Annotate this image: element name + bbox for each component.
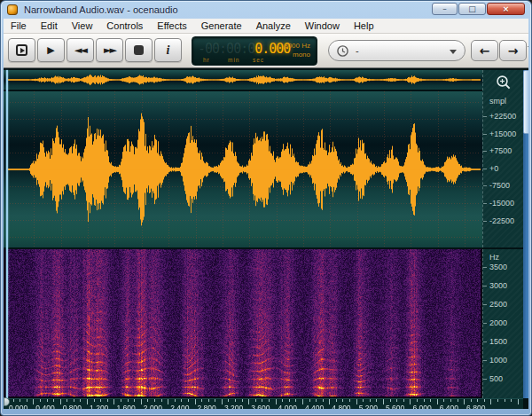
fast-forward-button[interactable]: ►►	[96, 38, 123, 62]
play-selection-icon	[16, 44, 27, 56]
time-tick-label: 2.800	[198, 404, 216, 409]
menu-analyze[interactable]: Analyze	[249, 19, 298, 33]
info-button[interactable]: i	[154, 38, 182, 62]
minimize-button[interactable]: –	[432, 3, 458, 15]
audio-format-info: 8000 Hz mono	[284, 42, 310, 59]
menu-help[interactable]: Help	[347, 19, 381, 33]
forward-button[interactable]: →	[499, 40, 527, 61]
frequency-tick: 1500	[483, 337, 523, 346]
time-tick-label: 5.600	[386, 404, 404, 409]
time-tick-label: 1.200	[90, 404, 108, 409]
time-tick-label: 0.800	[63, 404, 82, 409]
menu-controls[interactable]: Controls	[99, 19, 150, 33]
lcd-unit-min: min	[228, 57, 239, 63]
zoom-button[interactable]	[494, 74, 513, 93]
time-ruler[interactable]: 0.0000.4000.8001.2001.6002.0002.4002.800…	[4, 398, 523, 409]
main-waveform[interactable]	[4, 91, 482, 247]
close-button[interactable]: ×	[487, 3, 525, 15]
time-tick-label: 0.400	[35, 404, 54, 409]
play-button[interactable]: ▶	[37, 38, 65, 62]
frequency-tick: 1000	[483, 356, 523, 365]
time-tick-label: 0.000	[9, 404, 27, 409]
fast-forward-icon: ►►	[104, 45, 115, 55]
time-display: -00:00:00.000 hrminsec 8000 Hz mono	[192, 36, 317, 66]
play-selection-button[interactable]	[8, 38, 35, 62]
time-tick-label: 4.000	[278, 404, 297, 409]
lcd-unit-sec: sec	[253, 57, 264, 63]
lcd-unit-hr: hr	[203, 57, 210, 63]
time-tick-label: 4.400	[305, 404, 324, 409]
overview-waveform-canvas[interactable]	[7, 70, 481, 90]
frequency-tick: 2500	[483, 300, 523, 309]
time-tick-label: 2.400	[170, 404, 189, 409]
time-format-value: -	[356, 41, 359, 60]
menu-bar: FileEditViewControlsEffectsGenerateAnaly…	[4, 19, 528, 34]
frequency-tick: 2000	[483, 318, 523, 327]
stop-button[interactable]	[125, 38, 153, 62]
menu-generate[interactable]: Generate	[194, 19, 249, 33]
amplitude-axis: smpl +22500+15000+7500+0-7500-15000-2250…	[482, 70, 523, 247]
info-icon: i	[167, 43, 170, 58]
time-tick-label: 5.200	[359, 404, 378, 409]
window-title: Narrowband Audio.wav - ocenaudio	[24, 1, 178, 19]
frequency-tick: 3000	[483, 281, 523, 290]
spectrogram-canvas[interactable]	[7, 249, 481, 396]
amplitude-tick: -7500	[483, 181, 523, 190]
time-tick-label: 1.600	[116, 404, 135, 409]
amplitude-tick: +15000	[483, 130, 523, 138]
amplitude-tick: -22500	[483, 216, 523, 225]
vertical-scrollbar[interactable]	[523, 70, 528, 398]
nav-menu-caret-icon[interactable]	[528, 46, 528, 51]
amplitude-tick: -15000	[483, 199, 523, 208]
overview-waveform[interactable]	[4, 70, 482, 90]
time-tick-label: 3.200	[224, 404, 243, 409]
app-body: FileEditViewControlsEffectsGenerateAnaly…	[4, 19, 528, 409]
menu-window[interactable]: Window	[298, 19, 347, 33]
window-controls: –□×	[431, 3, 525, 15]
sample-rate-label: 8000 Hz	[284, 42, 310, 51]
time-digits-dim: -00:00:0	[198, 41, 254, 57]
channel-mode-label: mono	[284, 51, 310, 59]
time-tick-label: 3.600	[251, 404, 270, 409]
amplitude-tick: +7500	[483, 146, 523, 155]
menu-file[interactable]: File	[4, 19, 34, 33]
transport-controls: ▶◄◄►►i	[8, 38, 184, 62]
main-waveform-canvas[interactable]	[7, 91, 481, 247]
rewind-icon: ◄◄	[74, 45, 86, 55]
chevron-down-icon	[450, 50, 457, 54]
time-digits: -00:00:00.000	[198, 41, 290, 57]
maximize-button[interactable]: □	[458, 3, 486, 15]
app-window: Narrowband Audio.wav - ocenaudio –□× Fil…	[0, 0, 532, 416]
back-button[interactable]: ←	[471, 40, 498, 61]
time-tick-label: 6.800	[466, 404, 485, 409]
menu-effects[interactable]: Effects	[150, 19, 193, 33]
amplitude-unit-label: smpl	[489, 97, 506, 106]
frequency-axis: Hz 350030002500200015001000500	[482, 249, 523, 398]
app-icon	[7, 4, 18, 15]
frequency-tick: 3500	[483, 263, 523, 271]
vertical-scrollbar-thumb[interactable]	[523, 70, 528, 134]
time-tick-label: 2.000	[144, 404, 162, 409]
amplitude-tick: +22500	[483, 112, 523, 121]
playhead-cursor[interactable]	[6, 70, 8, 398]
amplitude-tick: +0	[483, 164, 523, 173]
time-tick-label: 6.400	[440, 404, 458, 409]
title-bar: Narrowband Audio.wav - ocenaudio –□×	[1, 1, 531, 19]
rewind-button[interactable]: ◄◄	[66, 38, 94, 62]
frequency-unit-label: Hz	[489, 253, 499, 262]
menu-view[interactable]: View	[65, 19, 100, 33]
magnifier-icon	[495, 74, 512, 91]
editor-content: smpl +22500+15000+7500+0-7500-15000-2250…	[4, 68, 528, 409]
spectrogram[interactable]	[4, 249, 482, 398]
time-tick-label: 6.000	[412, 404, 431, 409]
menu-edit[interactable]: Edit	[34, 19, 65, 33]
frequency-tick: 500	[483, 374, 523, 383]
play-icon: ▶	[47, 45, 54, 55]
clock-icon	[336, 44, 349, 58]
time-tick-label: 4.800	[332, 404, 350, 409]
stop-icon	[134, 45, 144, 55]
time-format-selector[interactable]: -	[328, 40, 466, 61]
toolbar: ▶◄◄►►i -00:00:00.000 hrminsec 8000 Hz mo…	[4, 34, 528, 68]
